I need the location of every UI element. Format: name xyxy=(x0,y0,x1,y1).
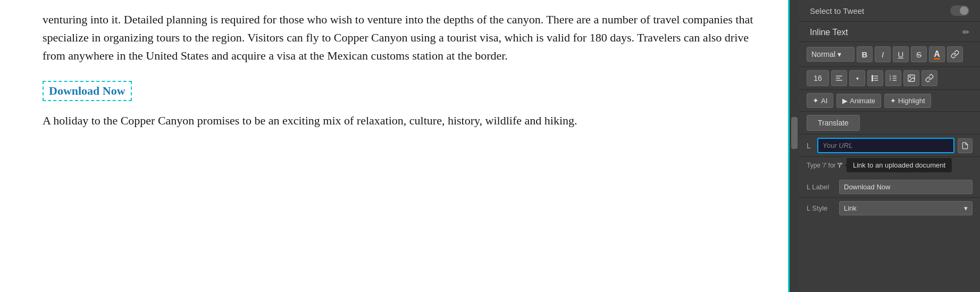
content-paragraph-1: venturing into it. Detailed planning is … xyxy=(43,11,767,65)
style-dropdown-value: Link xyxy=(844,204,857,212)
translate-button[interactable]: Translate xyxy=(807,115,860,131)
link-url-input[interactable] xyxy=(817,138,954,153)
content-area: venturing into it. Detailed planning is … xyxy=(0,0,790,292)
hyperlink-button[interactable] xyxy=(922,70,937,86)
style-dropdown-value: Normal xyxy=(811,50,835,59)
style-dropdown-chevron: ▾ xyxy=(964,204,968,212)
content-paragraph-2: A holiday to the Copper Canyon promises … xyxy=(43,112,767,130)
format-row-3: ✦ AI ▶ Animate ✦ Highlight xyxy=(799,90,980,112)
tooltip-row: Type '/' for '/' Link to an uploaded doc… xyxy=(799,157,980,177)
select-to-tweet-row: Select to Tweet xyxy=(799,0,980,22)
list-unordered-button[interactable] xyxy=(867,70,883,86)
animate-icon: ▶ xyxy=(842,97,848,105)
svg-point-7 xyxy=(872,78,873,79)
scrollbar[interactable] xyxy=(790,0,799,292)
inline-text-header: Inline Text ✏ xyxy=(799,22,980,42)
bold-button[interactable]: B xyxy=(857,46,873,62)
select-to-tweet-label: Select to Tweet xyxy=(810,6,864,15)
animate-label: Animate xyxy=(850,97,875,105)
type-hint: Type '/' for '/' xyxy=(807,162,842,169)
style-dropdown-field[interactable]: Link ▾ xyxy=(839,201,973,215)
link-chain-button[interactable] xyxy=(947,46,963,62)
link-url-row: L xyxy=(799,135,980,157)
strikethrough-button[interactable]: S xyxy=(911,46,927,62)
style-row: L Style Link ▾ xyxy=(799,198,980,219)
download-now-link[interactable]: Download Now xyxy=(43,81,132,101)
align-chevron: ▾ xyxy=(856,76,859,81)
align-left-button[interactable] xyxy=(831,70,847,86)
inline-text-title: Inline Text xyxy=(810,28,848,37)
ai-button[interactable]: ✦ AI xyxy=(807,93,833,108)
sidebar: Select to Tweet Inline Text ✏ Normal ▾ B… xyxy=(799,0,980,292)
toggle-knob xyxy=(960,6,968,15)
highlight-label: Highlight xyxy=(898,97,925,105)
font-color-button[interactable]: A xyxy=(929,46,945,62)
style-dropdown-chevron: ▾ xyxy=(837,50,841,59)
list-ordered-button[interactable]: 1.2.3. xyxy=(885,70,901,86)
svg-text:3.: 3. xyxy=(890,79,892,81)
highlight-icon: ✦ xyxy=(890,97,896,105)
highlight-button[interactable]: ✦ Highlight xyxy=(884,94,931,108)
format-row-2: 16 ▾ 1.2.3. xyxy=(799,67,980,90)
select-to-tweet-toggle[interactable] xyxy=(950,5,969,16)
pencil-icon[interactable]: ✏ xyxy=(962,27,969,37)
svg-point-16 xyxy=(910,77,911,78)
label-row: L Label Download Now xyxy=(799,177,980,198)
align-dropdown-button[interactable]: ▾ xyxy=(849,70,865,86)
style-key: L Style xyxy=(807,204,836,212)
ai-label: AI xyxy=(821,97,827,105)
format-row-1: Normal ▾ B I U S A xyxy=(799,42,980,67)
italic-button[interactable]: I xyxy=(875,46,891,62)
format-row-4: Translate xyxy=(799,112,980,135)
upload-document-button[interactable] xyxy=(958,138,973,153)
label-value-field[interactable]: Download Now xyxy=(839,180,973,194)
animate-button[interactable]: ▶ Animate xyxy=(836,94,881,108)
image-button[interactable] xyxy=(903,70,919,86)
underline-button[interactable]: U xyxy=(893,46,909,62)
svg-point-8 xyxy=(872,80,873,81)
label-key: L Label xyxy=(807,183,836,191)
tooltip-text: Link to an uploaded document xyxy=(853,161,945,169)
style-dropdown[interactable]: Normal ▾ xyxy=(807,47,855,62)
svg-point-6 xyxy=(872,76,873,77)
link-row-label: L xyxy=(807,141,814,150)
tooltip-box: Link to an uploaded document xyxy=(847,158,952,172)
font-size-input[interactable]: 16 xyxy=(807,70,829,86)
scrollbar-thumb[interactable] xyxy=(791,117,798,149)
ai-icon: ✦ xyxy=(813,96,819,105)
